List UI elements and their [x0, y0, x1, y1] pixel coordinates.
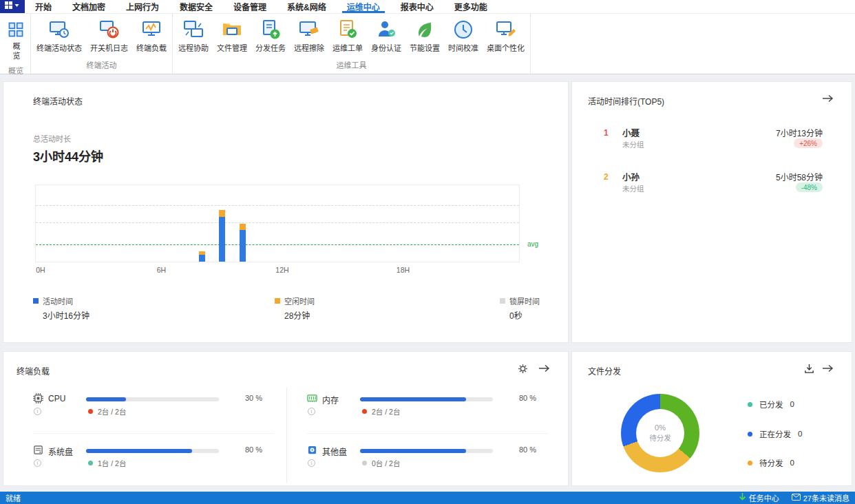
bar-active-segment: [219, 217, 225, 262]
menu-tab-device-management[interactable]: 设备管理: [223, 0, 277, 13]
remote-assist-icon: [183, 19, 204, 41]
progress-track: [360, 449, 493, 453]
legend-label: 锁屏时间: [509, 295, 540, 306]
metric-count: 0台 / 2台: [372, 458, 400, 468]
app-menu-button[interactable]: [0, 0, 25, 13]
user-group: 未分组: [622, 183, 644, 193]
legend-label: 活动时间: [43, 295, 73, 306]
activity-time: 7小时13分钟: [776, 127, 823, 138]
ribbon-item-overview[interactable]: 概览: [3, 17, 29, 64]
legend-active-value: 3小时16分钟: [43, 309, 89, 321]
progress-fill: [360, 449, 466, 453]
ribbon-item-file-management[interactable]: 文件管理: [213, 17, 251, 54]
ribbon-item-time-calibration[interactable]: 时间校准: [444, 17, 483, 54]
gear-icon[interactable]: [518, 363, 528, 374]
metric-count: 2台 / 2台: [372, 406, 400, 417]
more-arrow-icon[interactable]: [822, 363, 834, 374]
legend-label: 待分发: [759, 457, 783, 468]
menu-tab-start[interactable]: 开始: [25, 0, 62, 13]
load-metric-memory: 内存 80 % 2台 / 2台: [307, 393, 548, 422]
ribbon-item-label: 远程擦除: [294, 42, 324, 53]
dist-legend-distributing: 正在分发 0: [748, 428, 802, 439]
ribbon-item-label: 运维工单: [332, 42, 363, 53]
chart-gridline: [36, 222, 519, 223]
legend-dot: [748, 461, 752, 465]
x-axis-tick: 0H: [36, 266, 45, 274]
task-center-button[interactable]: 任务中心: [739, 492, 779, 503]
disk-other-icon: [307, 445, 317, 457]
ribbon-group-ops-tools: 远程协助 文件管理 分发任务 远程擦除 运维工单 身份认证: [173, 14, 531, 74]
download-icon[interactable]: [804, 363, 814, 374]
activity-bar: [199, 251, 205, 262]
metric-name: 其他盘: [322, 445, 347, 457]
app-grid-icon: [5, 1, 20, 12]
unread-messages-button[interactable]: 27条未读消息: [792, 492, 849, 503]
ribbon-item-label: 开关机日志: [90, 42, 128, 53]
leaf-icon: [414, 19, 435, 41]
statusbar: 就绪 任务中心 27条未读消息: [0, 492, 855, 504]
legend-idle-value: 28分钟: [284, 309, 310, 321]
delta-badge: -48%: [796, 182, 823, 192]
ribbon-item-identity-auth[interactable]: 身份认证: [367, 17, 405, 54]
more-arrow-icon[interactable]: [538, 363, 550, 374]
legend-dot: [748, 432, 752, 437]
ribbon-item-remote-assist[interactable]: 远程协助: [174, 17, 213, 54]
user-group: 未分组: [622, 139, 644, 149]
progress-fill: [86, 397, 126, 401]
menu-tab-system-network[interactable]: 系统&网络: [277, 0, 337, 13]
dist-legend-distributed: 已分发 0: [748, 399, 794, 410]
info-icon[interactable]: [308, 459, 315, 467]
info-icon[interactable]: [34, 459, 41, 467]
info-icon[interactable]: [34, 408, 41, 415]
donut-center: 0% 待分发: [636, 409, 684, 457]
card-title: 终端负载: [17, 365, 50, 377]
remote-wipe-icon: [299, 19, 319, 41]
menu-tab-data-security[interactable]: 数据安全: [169, 0, 223, 13]
ranking-row[interactable]: 1 小聂 未分组 7小时13分钟 +26%: [604, 126, 823, 154]
status-dot: [88, 409, 93, 414]
ribbon-item-terminal-activity-status[interactable]: 终端活动状态: [32, 17, 86, 54]
more-arrow-icon[interactable]: [822, 93, 834, 104]
status-dot: [362, 409, 367, 414]
desktop-pencil-icon: [496, 19, 516, 41]
total-duration-label: 总活动时长: [33, 133, 71, 144]
ribbon-item-dispatch-task[interactable]: 分发任务: [251, 17, 290, 54]
menu-tab-ops-center[interactable]: 运维中心: [337, 0, 390, 13]
disk-icon: [33, 445, 43, 457]
ribbon-item-ops-ticket[interactable]: 运维工单: [328, 17, 367, 54]
menu-tab-more[interactable]: 更多功能: [444, 0, 498, 13]
ribbon-item-desktop-personalization[interactable]: 桌面个性化: [483, 17, 529, 54]
menu-tab-report-center[interactable]: 报表中心: [390, 0, 444, 13]
metric-name: CPU: [48, 394, 65, 403]
rank-number: 1: [604, 128, 609, 138]
donut-center-label: 待分发: [649, 432, 671, 443]
ribbon-item-energy-settings[interactable]: 节能设置: [405, 17, 444, 54]
ribbon-item-label: 身份认证: [371, 42, 401, 53]
divider: [286, 388, 287, 483]
ribbon-item-label: 时间校准: [448, 42, 478, 53]
user-name: 小孙: [622, 170, 640, 183]
ribbon-item-label: 概览: [10, 42, 21, 63]
ribbon-item-power-log[interactable]: 开关机日志: [86, 17, 132, 54]
legend-label: 空闲时间: [284, 295, 315, 306]
ribbon-group-terminal-activity: 终端活动状态 开关机日志 终端负载 终端活动: [31, 14, 173, 74]
ribbon-item-label: 终端负载: [136, 42, 167, 53]
menu-tab-doc-encryption[interactable]: 文档加密: [62, 0, 116, 13]
info-icon[interactable]: [308, 408, 315, 415]
distribution-donut: 0% 待分发: [621, 394, 699, 472]
menu-tab-web-behavior[interactable]: 上网行为: [116, 0, 169, 13]
ribbon-item-remote-wipe[interactable]: 远程擦除: [290, 17, 328, 54]
divider: [33, 433, 274, 434]
avg-line: avg: [36, 244, 519, 245]
progress-track: [360, 397, 493, 401]
monitor-load-icon: [141, 19, 162, 41]
ribbon-item-label: 远程协助: [178, 42, 209, 53]
ribbon-item-terminal-load[interactable]: 终端负载: [132, 17, 171, 54]
legend-swatch: [500, 298, 505, 304]
user-name: 小聂: [622, 126, 640, 139]
card-title: 文件分发: [588, 365, 621, 377]
ranking-row[interactable]: 2 小孙 未分组 5小时58分钟 -48%: [604, 170, 823, 198]
donut-center-percent: 0%: [655, 423, 666, 432]
cpu-icon: [33, 393, 43, 406]
ribbon-toolbar: 概览 概览 终端活动状态 开关机日志 终端负载 终端活动 远程协助: [0, 14, 855, 74]
